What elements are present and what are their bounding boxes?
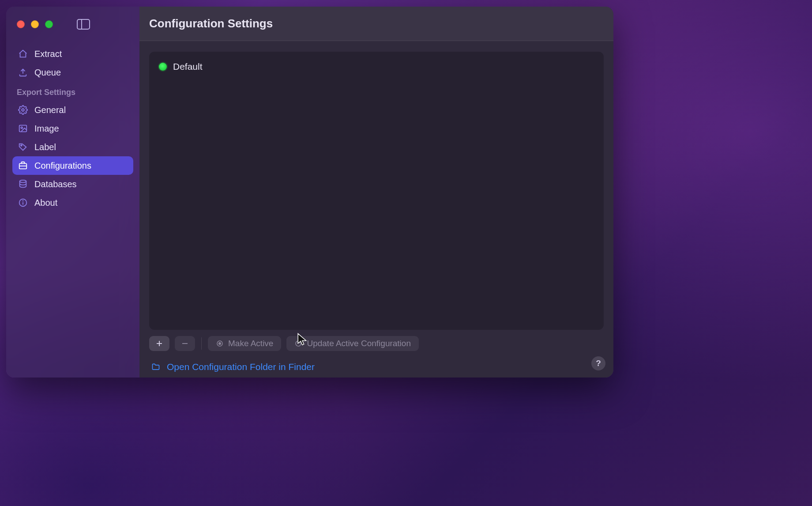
sidebar-item-label: About (34, 198, 57, 208)
refresh-icon (294, 340, 302, 347)
sidebar-icon (77, 19, 90, 30)
content-area: Default (139, 41, 613, 378)
sidebar-item-label: Extract (34, 49, 62, 59)
toolbar-separator (201, 337, 202, 350)
window-controls (17, 20, 53, 28)
configuration-row[interactable]: Default (159, 60, 594, 74)
svg-point-4 (21, 127, 23, 128)
sidebar-item-label[interactable]: Label (12, 138, 133, 156)
help-label: ? (596, 359, 601, 368)
upload-icon (18, 67, 28, 78)
sidebar-item-label: Databases (34, 179, 77, 189)
tag-icon (18, 142, 28, 152)
sidebar-item-label: General (34, 105, 66, 115)
sidebar-item-image[interactable]: Image (12, 119, 133, 138)
help-button[interactable]: ? (591, 356, 605, 370)
open-folder-link[interactable]: Open Configuration Folder in Finder (149, 351, 604, 372)
sidebar-item-general[interactable]: General (12, 101, 133, 119)
minus-icon (181, 340, 189, 347)
active-indicator-icon (159, 63, 167, 71)
svg-point-16 (219, 343, 221, 345)
zoom-window-button[interactable] (45, 20, 53, 28)
remove-configuration-button[interactable] (175, 336, 195, 351)
svg-point-11 (23, 200, 23, 201)
page-title: Configuration Settings (149, 17, 273, 30)
titlebar-main: Configuration Settings (139, 7, 613, 41)
sidebar-item-queue[interactable]: Queue (12, 63, 133, 82)
svg-rect-0 (77, 19, 90, 29)
button-label: Make Active (228, 339, 273, 348)
database-icon (18, 179, 28, 189)
sidebar-item-label: Image (34, 124, 59, 134)
make-active-button[interactable]: Make Active (208, 336, 281, 351)
titlebar-left (6, 12, 139, 37)
plus-icon (155, 340, 163, 347)
svg-point-8 (20, 180, 26, 183)
record-icon (216, 340, 224, 347)
button-label: Update Active Configuration (307, 339, 411, 348)
info-icon (18, 197, 28, 208)
sidebar-nav: Extract Queue Export Settings General I (6, 37, 139, 212)
home-icon (18, 49, 28, 59)
sidebar-item-databases[interactable]: Databases (12, 175, 133, 193)
svg-point-5 (21, 145, 22, 146)
main-panel: Configuration Settings Default (139, 7, 613, 378)
toggle-sidebar-button[interactable] (76, 18, 91, 30)
configurations-list[interactable]: Default (149, 52, 604, 330)
folder-icon (151, 363, 161, 371)
sidebar-item-label: Queue (34, 68, 61, 78)
sidebar: Extract Queue Export Settings General I (6, 7, 139, 378)
link-label: Open Configuration Folder in Finder (167, 362, 315, 372)
image-icon (18, 123, 28, 134)
configuration-name: Default (173, 61, 203, 72)
sidebar-section-label: Export Settings (12, 82, 133, 101)
svg-point-2 (22, 109, 24, 111)
sidebar-item-about[interactable]: About (12, 193, 133, 212)
minimize-window-button[interactable] (31, 20, 39, 28)
configurations-toolbar: Make Active Update Active Configuration (149, 330, 604, 351)
update-active-configuration-button[interactable]: Update Active Configuration (286, 336, 419, 351)
sidebar-item-label: Configurations (34, 161, 91, 171)
add-configuration-button[interactable] (149, 336, 169, 351)
briefcase-icon (18, 160, 28, 171)
sidebar-item-extract[interactable]: Extract (12, 45, 133, 63)
app-window: Extract Queue Export Settings General I (6, 7, 613, 378)
gear-icon (18, 105, 28, 115)
sidebar-item-configurations[interactable]: Configurations (12, 156, 133, 175)
sidebar-item-label-text: Label (34, 142, 56, 152)
close-window-button[interactable] (17, 20, 25, 28)
